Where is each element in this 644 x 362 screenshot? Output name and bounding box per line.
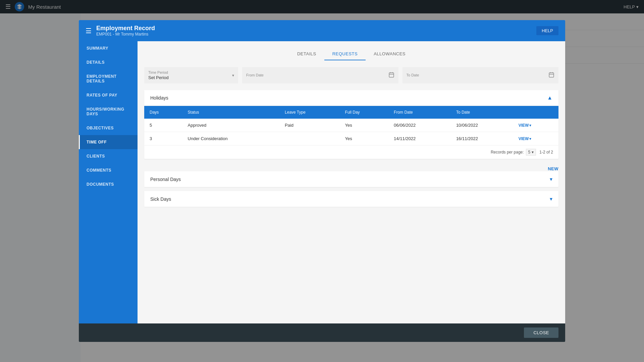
modal-body: SUMMARY DETAILS EMPLOYMENT DETAILS RATES… [79, 41, 565, 323]
to-date-calendar-icon[interactable] [548, 72, 554, 79]
sidebar-item-documents[interactable]: DOCUMENTS [79, 177, 138, 191]
per-page-chevron: ▾ [532, 150, 534, 155]
sidebar-item-summary[interactable]: SUMMARY [79, 41, 138, 55]
to-date-filter[interactable]: To Date [402, 67, 559, 83]
row2-days: 3 [144, 132, 182, 145]
tab-details[interactable]: DETAILS [289, 48, 324, 60]
modal-footer: CLOSE [79, 323, 565, 342]
sick-days-chevron-icon[interactable]: ▾ [550, 196, 552, 202]
pagination-row: Records per page: 5 ▾ 1-2 of 2 [144, 145, 558, 159]
sidebar-item-details[interactable]: DETAILS [79, 55, 138, 69]
holidays-chevron-icon[interactable]: ▲ [547, 95, 552, 101]
per-page-select[interactable]: 5 ▾ [526, 149, 536, 156]
time-period-dropdown-icon[interactable]: ▾ [232, 73, 234, 78]
col-status: Status [182, 106, 279, 119]
new-button[interactable]: NEW [548, 166, 558, 171]
row2-full-day: Yes [340, 132, 388, 145]
row2-to-date: 16/11/2022 [451, 132, 513, 145]
main-content: DETAILS REQUESTS ALLOWANCES Time Period … [138, 41, 565, 323]
sick-days-title: Sick Days [150, 196, 171, 202]
row1-to-date: 10/06/2022 [451, 119, 513, 132]
modal-header: ☰ Employment Record EMP001 - Mr Tommy Ma… [79, 20, 565, 41]
sick-days-section: Sick Days ▾ [144, 191, 558, 207]
col-leave-type: Leave Type [279, 106, 340, 119]
modal-title: Employment Record [96, 25, 155, 32]
time-period-field-content: Time Period Set Period [148, 70, 169, 80]
time-period-filter[interactable]: Time Period Set Period ▾ [144, 67, 238, 83]
per-page-value: 5 [528, 150, 531, 155]
col-action [513, 106, 558, 119]
close-button[interactable]: CLOSE [524, 327, 558, 338]
sidebar-item-employment-details[interactable]: EMPLOYMENT DETAILS [79, 69, 138, 88]
row1-view-label: VIEW [519, 123, 529, 128]
modal-help-button[interactable]: HELP [536, 26, 558, 35]
to-date-field-content: To Date [407, 73, 419, 78]
pagination-range: 1-2 of 2 [539, 150, 553, 155]
tab-allowances[interactable]: ALLOWANCES [366, 48, 414, 60]
modal-subtitle: EMP001 - Mr Tommy Martins [96, 32, 155, 37]
row2-view-dropdown-icon[interactable]: ▾ [529, 136, 531, 141]
sidebar-item-time-off[interactable]: TIME OFF [79, 135, 138, 149]
holidays-table-head: Days Status Leave Type Full Day From Dat… [144, 106, 558, 119]
svg-rect-0 [389, 73, 394, 77]
holidays-title: Holidays [150, 95, 168, 101]
holidays-header-row: Days Status Leave Type Full Day From Dat… [144, 106, 558, 119]
new-btn-row: NEW [144, 163, 558, 171]
modal-titles: Employment Record EMP001 - Mr Tommy Mart… [96, 25, 155, 37]
table-row: 5 Approved Paid Yes 06/06/2022 10/06/202… [144, 119, 558, 132]
col-from-date: From Date [388, 106, 451, 119]
tab-requests[interactable]: REQUESTS [324, 48, 366, 60]
holidays-table: Days Status Leave Type Full Day From Dat… [144, 106, 558, 145]
col-to-date: To Date [451, 106, 513, 119]
col-full-day: Full Day [340, 106, 388, 119]
row2-from-date: 14/11/2022 [388, 132, 451, 145]
sidebar-item-comments[interactable]: COMMENTS [79, 163, 138, 177]
row2-view-btn[interactable]: VIEW ▾ [519, 136, 553, 141]
row1-leave-type: Paid [279, 119, 340, 132]
time-period-label: Time Period [148, 70, 169, 74]
personal-days-section: Personal Days ▾ [144, 171, 558, 187]
personal-days-header[interactable]: Personal Days ▾ [144, 171, 558, 187]
row2-action-cell: VIEW ▾ [513, 132, 558, 145]
row1-view-dropdown-icon[interactable]: ▾ [529, 123, 531, 128]
table-row: 3 Under Consideration Yes 14/11/2022 16/… [144, 132, 558, 145]
svg-rect-4 [549, 73, 554, 77]
sidebar-item-rates-of-pay[interactable]: RATES OF PAY [79, 88, 138, 102]
holidays-table-container: Days Status Leave Type Full Day From Dat… [144, 106, 558, 159]
personal-days-chevron-icon[interactable]: ▾ [550, 176, 552, 182]
row2-view-label: VIEW [519, 136, 529, 141]
personal-days-title: Personal Days [150, 177, 181, 182]
row1-from-date: 06/06/2022 [388, 119, 451, 132]
row2-leave-type [279, 132, 340, 145]
sidebar-item-objectives[interactable]: OBJECTIVES [79, 121, 138, 135]
time-period-value: Set Period [148, 75, 169, 80]
modal-overlay: ☰ Employment Record EMP001 - Mr Tommy Ma… [0, 0, 644, 362]
sick-days-header[interactable]: Sick Days ▾ [144, 191, 558, 207]
holidays-section: Holidays ▲ Days Status Leave Type Full D… [144, 90, 558, 159]
modal-menu-icon[interactable]: ☰ [86, 27, 92, 35]
sidebar: SUMMARY DETAILS EMPLOYMENT DETAILS RATES… [79, 41, 138, 323]
from-date-calendar-icon[interactable] [388, 72, 394, 79]
filter-row: Time Period Set Period ▾ From Date [144, 67, 558, 83]
from-date-filter[interactable]: From Date [242, 67, 398, 83]
from-date-field-content: From Date [246, 73, 264, 78]
sidebar-item-hours[interactable]: HOURS/WORKING DAYS [79, 102, 138, 121]
tab-bar: DETAILS REQUESTS ALLOWANCES [144, 48, 558, 60]
holidays-table-body: 5 Approved Paid Yes 06/06/2022 10/06/202… [144, 119, 558, 145]
sidebar-item-clients[interactable]: CLIENTS [79, 149, 138, 163]
row1-status: Approved [182, 119, 279, 132]
modal: ☰ Employment Record EMP001 - Mr Tommy Ma… [79, 20, 565, 342]
to-date-label: To Date [407, 73, 419, 77]
records-per-page: Records per page: 5 ▾ [491, 149, 536, 156]
row2-status: Under Consideration [182, 132, 279, 145]
row1-action-cell: VIEW ▾ [513, 119, 558, 132]
row1-view-btn[interactable]: VIEW ▾ [519, 123, 553, 128]
records-per-page-label: Records per page: [491, 150, 524, 155]
col-days: Days [144, 106, 182, 119]
from-date-label: From Date [246, 73, 264, 77]
modal-header-left: ☰ Employment Record EMP001 - Mr Tommy Ma… [86, 25, 155, 37]
row1-days: 5 [144, 119, 182, 132]
row1-full-day: Yes [340, 119, 388, 132]
holidays-section-header[interactable]: Holidays ▲ [144, 90, 558, 106]
